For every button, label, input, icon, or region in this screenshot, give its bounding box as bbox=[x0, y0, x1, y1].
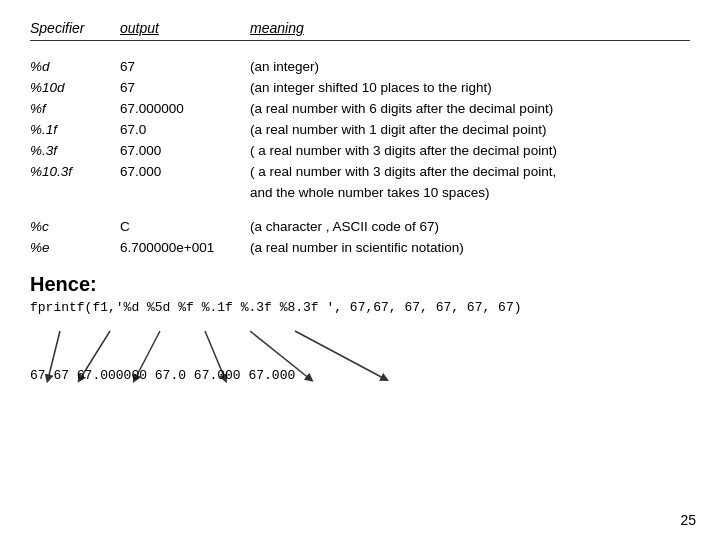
specifier-cell: %.1f bbox=[30, 120, 120, 141]
output-cell: 67.000 bbox=[120, 141, 250, 162]
table-row: %10d 67 (an integer shifted 10 places to… bbox=[30, 78, 690, 99]
arrow-area: 67 67 67.000000 67.0 67.000 67.000 bbox=[30, 329, 690, 389]
table-section-1: %d 67 (an integer) %10d 67 (an integer s… bbox=[30, 57, 690, 203]
table-row: %d 67 (an integer) bbox=[30, 57, 690, 78]
meaning-cell: (a real number with 1 digit after the de… bbox=[250, 120, 546, 141]
svg-line-5 bbox=[295, 331, 385, 379]
table-row: %f 67.000000 (a real number with 6 digit… bbox=[30, 99, 690, 120]
meaning-cell: ( a real number with 3 digits after the … bbox=[250, 141, 557, 162]
meaning-cell: (an integer shifted 10 places to the rig… bbox=[250, 78, 492, 99]
output-cell: 6.700000e+001 bbox=[120, 238, 250, 259]
header-output: output bbox=[120, 20, 250, 36]
specifier-cell: %f bbox=[30, 99, 120, 120]
specifier-cell: %d bbox=[30, 57, 120, 78]
meaning-cell: (a real number with 6 digits after the d… bbox=[250, 99, 553, 120]
specifier-cell: %e bbox=[30, 238, 120, 259]
specifier-cell: %10d bbox=[30, 78, 120, 99]
output-cell: C bbox=[120, 217, 250, 238]
meaning-cell: (a real number in scientific notation) bbox=[250, 238, 464, 259]
page-number: 25 bbox=[680, 512, 696, 528]
table-row: %10.3f 67.000 ( a real number with 3 dig… bbox=[30, 162, 690, 204]
output-cell: 67.0 bbox=[120, 120, 250, 141]
output-cell: 67.000 bbox=[120, 162, 250, 204]
output-cell: 67 bbox=[120, 57, 250, 78]
table-row: %e 6.700000e+001 (a real number in scien… bbox=[30, 238, 690, 259]
hence-section: Hence: fprintf(f1,'%d %5d %f %.1f %.3f %… bbox=[30, 273, 690, 389]
table-row: %.3f 67.000 ( a real number with 3 digit… bbox=[30, 141, 690, 162]
output-values: 67 67 67.000000 67.0 67.000 67.000 bbox=[30, 368, 295, 383]
fprintf-code: fprintf(f1,'%d %5d %f %.1f %.3f %8.3f ',… bbox=[30, 300, 690, 315]
table-row: %c C (a character , ASCII code of 67) bbox=[30, 217, 690, 238]
hence-label: Hence: bbox=[30, 273, 690, 296]
specifier-cell: %.3f bbox=[30, 141, 120, 162]
header-meaning: meaning bbox=[250, 20, 304, 36]
specifier-cell: %10.3f bbox=[30, 162, 120, 204]
specifier-cell: %c bbox=[30, 217, 120, 238]
meaning-cell: (a character , ASCII code of 67) bbox=[250, 217, 439, 238]
page: Specifier output meaning %d 67 (an integ… bbox=[0, 0, 720, 409]
table-row: %.1f 67.0 (a real number with 1 digit af… bbox=[30, 120, 690, 141]
table-header: Specifier output meaning bbox=[30, 20, 690, 41]
output-cell: 67.000000 bbox=[120, 99, 250, 120]
meaning-cell: (an integer) bbox=[250, 57, 319, 78]
table-section-2: %c C (a character , ASCII code of 67) %e… bbox=[30, 217, 690, 259]
header-specifier: Specifier bbox=[30, 20, 120, 36]
meaning-cell: ( a real number with 3 digits after the … bbox=[250, 162, 556, 204]
output-cell: 67 bbox=[120, 78, 250, 99]
